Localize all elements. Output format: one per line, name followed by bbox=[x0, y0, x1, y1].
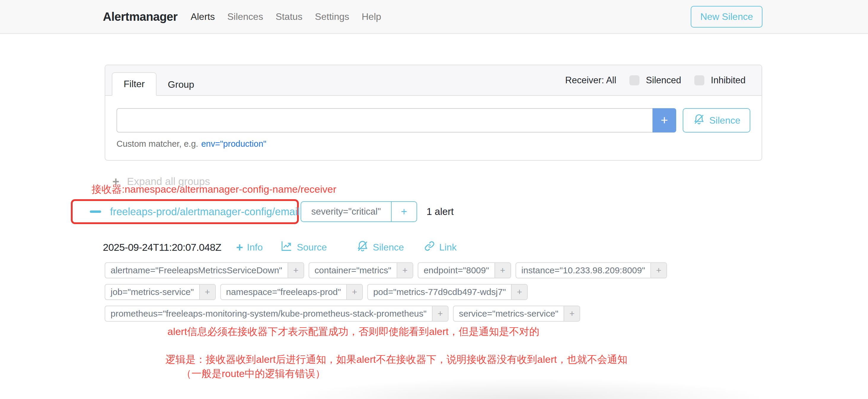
label-text: namespace="freeleaps-prod" bbox=[221, 284, 346, 299]
label-chip-prometheus: prometheus="freeleaps-monitoring-system/… bbox=[105, 306, 448, 321]
alert-header-row: 2025-09-24T11:20:07.048Z + Info Source bbox=[103, 240, 457, 255]
label-chip-job: job="metrics-service" + bbox=[105, 284, 216, 300]
info-action[interactable]: + Info bbox=[236, 241, 262, 253]
annotation-logic-note-line1: 逻辑是：接收器收到alert后进行通知，如果alert不在接收器下，说明接收器没… bbox=[165, 353, 627, 366]
label-filter-add-button[interactable]: + bbox=[650, 263, 666, 278]
label-text: job="metrics-service" bbox=[105, 284, 199, 299]
label-chip-alertname: alertname="FreeleapsMetricsServiceDown" … bbox=[105, 262, 304, 278]
silenced-label: Silenced bbox=[646, 75, 681, 86]
hint-text: Custom matcher, e.g. bbox=[117, 139, 198, 149]
nav-links: Alerts Silences Status Settings Help bbox=[191, 11, 381, 22]
filter-header-controls: Receiver: All Silenced Inhibited bbox=[565, 75, 746, 86]
filter-card-body: + Silence Custom matcher, e.g.env="produ… bbox=[105, 96, 762, 149]
new-silence-button[interactable]: New Silence bbox=[691, 6, 763, 28]
alertmanager-page: Alertmanager Alerts Silences Status Sett… bbox=[0, 0, 868, 399]
bell-slash-icon bbox=[693, 113, 705, 128]
top-navbar: Alertmanager Alerts Silences Status Sett… bbox=[0, 0, 868, 34]
app-brand[interactable]: Alertmanager bbox=[103, 10, 178, 23]
label-filter-add-button[interactable]: + bbox=[346, 284, 362, 299]
label-text: pod="metrics-77d9cdb497-wdsj7" bbox=[368, 284, 511, 299]
filter-tabs: Filter Group bbox=[112, 72, 206, 96]
label-text: service="metrics-service" bbox=[454, 306, 564, 321]
alert-timestamp: 2025-09-24T11:20:07.048Z bbox=[103, 242, 221, 253]
plus-icon: + bbox=[236, 241, 243, 253]
label-filter-add-button[interactable]: + bbox=[397, 263, 413, 278]
label-chip-namespace: namespace="freeleaps-prod" + bbox=[220, 284, 363, 300]
tab-group[interactable]: Group bbox=[157, 73, 206, 96]
filter-card: Filter Group Receiver: All Silenced Inhi… bbox=[105, 65, 762, 161]
inhibited-checkbox-group: Inhibited bbox=[694, 75, 746, 86]
silence-button-label: Silence bbox=[709, 115, 741, 126]
label-text: container="metrics" bbox=[309, 263, 397, 278]
matcher-input-row: + Silence bbox=[117, 108, 750, 132]
label-text: alertname="FreeleapsMetricsServiceDown" bbox=[105, 263, 287, 278]
filter-card-header: Filter Group Receiver: All Silenced Inhi… bbox=[105, 65, 762, 96]
label-filter-add-button[interactable]: + bbox=[494, 263, 510, 278]
group-matcher-label: severity="critical" bbox=[301, 202, 391, 221]
alert-count: 1 alert bbox=[427, 206, 454, 217]
source-action-label: Source bbox=[297, 242, 327, 253]
tab-filter[interactable]: Filter bbox=[112, 72, 157, 96]
inhibited-checkbox[interactable] bbox=[694, 75, 704, 85]
silenced-checkbox[interactable] bbox=[629, 75, 640, 85]
silence-action[interactable]: Silence bbox=[356, 240, 404, 255]
label-filter-add-button[interactable]: + bbox=[199, 284, 215, 299]
source-action[interactable]: Source bbox=[280, 240, 327, 255]
label-filter-add-button[interactable]: + bbox=[563, 306, 580, 321]
nav-item-help[interactable]: Help bbox=[362, 11, 381, 22]
label-chip-container: container="metrics" + bbox=[309, 262, 413, 278]
nav-item-silences[interactable]: Silences bbox=[227, 11, 263, 22]
annotation-receiver-note: 接收器:namespace/altermanager-config-name/r… bbox=[92, 183, 337, 196]
alert-labels: alertname="FreeleapsMetricsServiceDown" … bbox=[105, 262, 766, 321]
matcher-hint: Custom matcher, e.g.env="production" bbox=[117, 139, 750, 149]
label-chip-instance: instance="10.233.98.209:8009" + bbox=[516, 262, 667, 278]
link-action-label: Link bbox=[439, 242, 457, 253]
silence-from-filter-button[interactable]: Silence bbox=[683, 108, 750, 132]
group-matcher-chip: severity="critical" + bbox=[301, 201, 417, 222]
silence-action-label: Silence bbox=[373, 242, 404, 253]
inhibited-label: Inhibited bbox=[711, 75, 746, 86]
group-receiver-link[interactable]: freeleaps-prod/alertmanager-config/email bbox=[110, 206, 300, 218]
label-text: instance="10.233.98.209:8009" bbox=[516, 263, 650, 278]
add-matcher-button[interactable]: + bbox=[652, 108, 676, 132]
label-filter-add-button[interactable]: + bbox=[287, 263, 304, 278]
label-chip-pod: pod="metrics-77d9cdb497-wdsj7" + bbox=[367, 284, 528, 300]
label-filter-add-button[interactable]: + bbox=[511, 284, 527, 299]
annotation-logic-note-line2: （一般是route中的逻辑有错误） bbox=[181, 367, 326, 380]
label-chip-endpoint: endpoint="8009" + bbox=[418, 262, 511, 278]
matcher-input[interactable] bbox=[117, 108, 652, 132]
nav-item-settings[interactable]: Settings bbox=[315, 11, 349, 22]
collapse-group-icon[interactable] bbox=[90, 211, 101, 213]
group-matcher-add-button[interactable]: + bbox=[391, 202, 416, 221]
bell-slash-icon bbox=[356, 240, 369, 255]
label-chip-service: service="metrics-service" + bbox=[453, 306, 581, 321]
line-chart-icon bbox=[280, 240, 293, 255]
annotation-highlight-box: freeleaps-prod/alertmanager-config/email bbox=[71, 199, 299, 224]
link-action[interactable]: Link bbox=[424, 240, 457, 254]
info-action-label: Info bbox=[247, 242, 262, 253]
receiver-filter-label[interactable]: Receiver: All bbox=[565, 75, 616, 86]
label-filter-add-button[interactable]: + bbox=[432, 306, 448, 321]
chain-link-icon bbox=[424, 240, 435, 254]
nav-item-alerts[interactable]: Alerts bbox=[191, 11, 215, 22]
label-text: endpoint="8009" bbox=[418, 263, 494, 278]
nav-item-status[interactable]: Status bbox=[276, 11, 303, 22]
annotation-success-note: alert信息必须在接收器下才表示配置成功，否则即使能看到alert，但是通知是… bbox=[167, 325, 539, 339]
hint-example-link[interactable]: env="production" bbox=[201, 139, 267, 149]
silenced-checkbox-group: Silenced bbox=[629, 75, 681, 86]
alert-group-row: freeleaps-prod/alertmanager-config/email… bbox=[71, 199, 454, 224]
label-text: prometheus="freeleaps-monitoring-system/… bbox=[105, 306, 432, 321]
